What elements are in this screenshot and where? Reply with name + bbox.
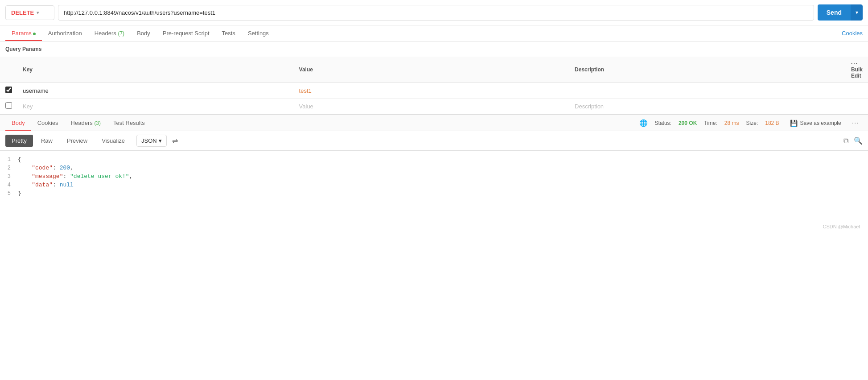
time-value: 28 ms [724,120,739,126]
headers-badge: (7) [118,30,124,37]
wrap-icon[interactable]: ⇌ [172,136,178,145]
tab-params[interactable]: Params [5,25,42,41]
url-input[interactable] [58,5,814,21]
empty-checkbox-cell[interactable] [0,99,17,114]
query-params-title: Query Params [0,41,868,57]
send-button[interactable]: Send [818,4,851,21]
watermark: CSDN @Michael_ [0,222,868,231]
col-checkbox [0,57,17,83]
table-row: username test1 [0,83,868,99]
format-bar: Pretty Raw Preview Visualize JSON ▾ ⇌ ⧉ … [0,131,868,151]
globe-icon: 🌐 [639,119,648,127]
code-line-1: 1 { [0,155,868,164]
empty-description[interactable]: Description [569,99,846,114]
code-line-4: 4 "data": null [0,181,868,189]
tab-prerequest[interactable]: Pre-request Script [156,25,216,41]
format-tab-raw[interactable]: Raw [35,135,59,147]
empty-checkbox[interactable] [5,102,12,109]
code-line-2: 2 "code": 200, [0,164,868,172]
response-tab-test-results[interactable]: Test Results [107,115,151,131]
send-dropdown-button[interactable]: ▾ [851,4,863,21]
copy-icon[interactable]: ⧉ [843,137,848,145]
response-section: Body Cookies Headers (3) Test Results 🌐 … [0,114,868,239]
response-headers-badge: (3) [94,120,101,126]
row-description[interactable] [569,83,846,99]
response-tab-headers[interactable]: Headers (3) [65,115,107,131]
col-key: Key [17,57,294,83]
response-tab-cookies[interactable]: Cookies [31,115,65,131]
code-line-3: 3 "message": "delete user ok!", [0,172,868,181]
table-row-empty: Key Value Description [0,99,868,114]
empty-key[interactable]: Key [17,99,294,114]
response-tab-bar: Body Cookies Headers (3) Test Results 🌐 … [0,115,868,131]
save-icon: 💾 [790,120,798,127]
code-area: 1 { 2 "code": 200, 3 "message": "delete … [0,151,868,222]
more-options-button[interactable]: ··· [852,119,859,127]
request-tab-bar: Params Authorization Headers (7) Body Pr… [0,25,868,41]
format-chevron-icon: ▾ [159,137,162,144]
code-line-5: 5 } [0,189,868,198]
format-tab-visualize[interactable]: Visualize [95,135,131,147]
params-dot [33,33,36,35]
url-bar: DELETE ▾ Send ▾ [0,0,868,25]
search-icon[interactable]: 🔍 [854,136,863,145]
col-value: Value [294,57,570,83]
save-example-button[interactable]: 💾 Save as example [786,118,845,128]
size-value: 182 B [765,120,779,126]
response-status-bar: 🌐 Status: 200 OK Time: 28 ms Size: 182 B… [639,118,863,128]
send-button-group: Send ▾ [818,4,863,21]
tab-authorization[interactable]: Authorization [42,25,88,41]
format-tab-preview[interactable]: Preview [61,135,94,147]
empty-actions [846,99,868,114]
format-dropdown[interactable]: JSON ▾ [136,135,167,147]
size-label: Size: [746,120,758,126]
row-value[interactable]: test1 [294,83,570,99]
row-actions [846,83,868,99]
tab-body[interactable]: Body [131,25,156,41]
method-selector[interactable]: DELETE ▾ [5,5,54,20]
empty-value[interactable]: Value [294,99,570,114]
status-label: Status: [655,120,671,126]
response-tab-body[interactable]: Body [5,115,31,131]
method-label: DELETE [11,9,34,16]
params-table: Key Value Description ··· Bulk Edit user… [0,57,868,114]
col-description: Description [569,57,846,83]
method-chevron-icon: ▾ [37,10,39,15]
tab-tests[interactable]: Tests [216,25,242,41]
upper-section: Query Params Key Value Description ··· B… [0,41,868,114]
cookies-link[interactable]: Cookies [842,30,863,37]
col-bulk-edit: ··· Bulk Edit [846,57,868,83]
format-bar-right: ⧉ 🔍 [843,136,863,145]
tab-settings[interactable]: Settings [242,25,275,41]
row-checkbox[interactable] [5,87,12,93]
format-tab-pretty[interactable]: Pretty [5,135,33,147]
row-key[interactable]: username [17,83,294,99]
tab-headers[interactable]: Headers (7) [88,25,131,41]
time-label: Time: [704,120,717,126]
status-code: 200 OK [679,120,697,126]
row-checkbox-cell[interactable] [0,83,17,99]
